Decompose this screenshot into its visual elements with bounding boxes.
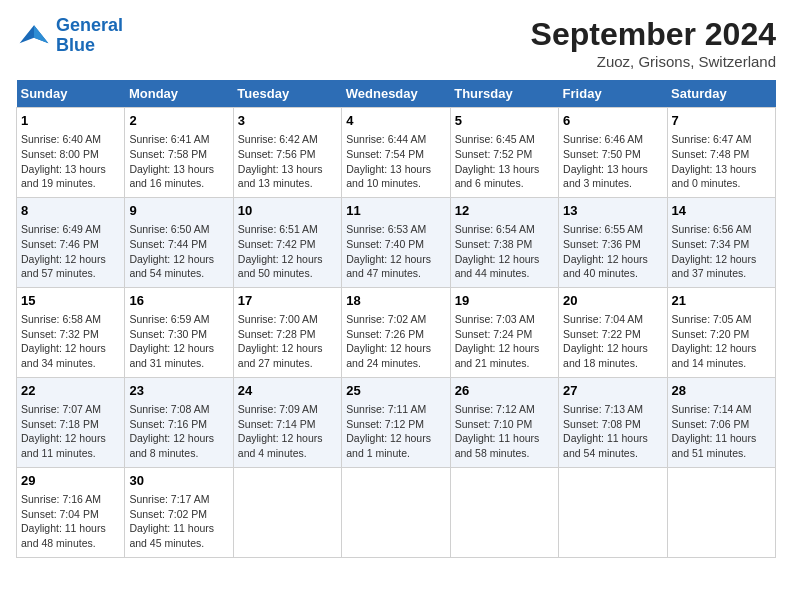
day-detail: Sunrise: 7:05 AMSunset: 7:20 PMDaylight:…	[672, 312, 771, 371]
calendar-cell: 19Sunrise: 7:03 AMSunset: 7:24 PMDayligh…	[450, 287, 558, 377]
day-detail: Sunrise: 7:16 AMSunset: 7:04 PMDaylight:…	[21, 492, 120, 551]
day-number: 1	[21, 112, 120, 130]
calendar-table: SundayMondayTuesdayWednesdayThursdayFrid…	[16, 80, 776, 558]
day-detail: Sunrise: 6:49 AMSunset: 7:46 PMDaylight:…	[21, 222, 120, 281]
month-title: September 2024	[531, 16, 776, 53]
day-detail: Sunrise: 6:45 AMSunset: 7:52 PMDaylight:…	[455, 132, 554, 191]
day-number: 26	[455, 382, 554, 400]
calendar-cell: 13Sunrise: 6:55 AMSunset: 7:36 PMDayligh…	[559, 197, 667, 287]
day-detail: Sunrise: 6:51 AMSunset: 7:42 PMDaylight:…	[238, 222, 337, 281]
day-detail: Sunrise: 6:58 AMSunset: 7:32 PMDaylight:…	[21, 312, 120, 371]
day-number: 24	[238, 382, 337, 400]
day-number: 4	[346, 112, 445, 130]
day-number: 18	[346, 292, 445, 310]
day-number: 13	[563, 202, 662, 220]
day-detail: Sunrise: 6:50 AMSunset: 7:44 PMDaylight:…	[129, 222, 228, 281]
svg-marker-1	[34, 25, 48, 43]
day-detail: Sunrise: 6:46 AMSunset: 7:50 PMDaylight:…	[563, 132, 662, 191]
calendar-cell: 3Sunrise: 6:42 AMSunset: 7:56 PMDaylight…	[233, 108, 341, 198]
day-detail: Sunrise: 7:04 AMSunset: 7:22 PMDaylight:…	[563, 312, 662, 371]
day-number: 2	[129, 112, 228, 130]
calendar-cell: 30Sunrise: 7:17 AMSunset: 7:02 PMDayligh…	[125, 467, 233, 557]
day-detail: Sunrise: 7:14 AMSunset: 7:06 PMDaylight:…	[672, 402, 771, 461]
calendar-cell: 2Sunrise: 6:41 AMSunset: 7:58 PMDaylight…	[125, 108, 233, 198]
day-number: 3	[238, 112, 337, 130]
day-detail: Sunrise: 7:02 AMSunset: 7:26 PMDaylight:…	[346, 312, 445, 371]
day-number: 17	[238, 292, 337, 310]
day-number: 14	[672, 202, 771, 220]
calendar-body: 1Sunrise: 6:40 AMSunset: 8:00 PMDaylight…	[17, 108, 776, 558]
day-detail: Sunrise: 7:17 AMSunset: 7:02 PMDaylight:…	[129, 492, 228, 551]
day-number: 16	[129, 292, 228, 310]
logo: General Blue	[16, 16, 123, 56]
calendar-cell	[233, 467, 341, 557]
day-detail: Sunrise: 6:41 AMSunset: 7:58 PMDaylight:…	[129, 132, 228, 191]
weekday-tuesday: Tuesday	[233, 80, 341, 108]
week-row-2: 8Sunrise: 6:49 AMSunset: 7:46 PMDaylight…	[17, 197, 776, 287]
weekday-header-row: SundayMondayTuesdayWednesdayThursdayFrid…	[17, 80, 776, 108]
week-row-1: 1Sunrise: 6:40 AMSunset: 8:00 PMDaylight…	[17, 108, 776, 198]
day-detail: Sunrise: 6:54 AMSunset: 7:38 PMDaylight:…	[455, 222, 554, 281]
weekday-monday: Monday	[125, 80, 233, 108]
day-detail: Sunrise: 6:53 AMSunset: 7:40 PMDaylight:…	[346, 222, 445, 281]
calendar-cell: 20Sunrise: 7:04 AMSunset: 7:22 PMDayligh…	[559, 287, 667, 377]
calendar-cell: 28Sunrise: 7:14 AMSunset: 7:06 PMDayligh…	[667, 377, 775, 467]
day-detail: Sunrise: 7:07 AMSunset: 7:18 PMDaylight:…	[21, 402, 120, 461]
calendar-cell	[667, 467, 775, 557]
weekday-wednesday: Wednesday	[342, 80, 450, 108]
day-detail: Sunrise: 7:08 AMSunset: 7:16 PMDaylight:…	[129, 402, 228, 461]
day-number: 23	[129, 382, 228, 400]
calendar-cell: 12Sunrise: 6:54 AMSunset: 7:38 PMDayligh…	[450, 197, 558, 287]
calendar-cell: 11Sunrise: 6:53 AMSunset: 7:40 PMDayligh…	[342, 197, 450, 287]
day-number: 12	[455, 202, 554, 220]
day-number: 21	[672, 292, 771, 310]
logo-line2: Blue	[56, 35, 95, 55]
weekday-sunday: Sunday	[17, 80, 125, 108]
day-detail: Sunrise: 7:03 AMSunset: 7:24 PMDaylight:…	[455, 312, 554, 371]
day-number: 7	[672, 112, 771, 130]
calendar-cell: 9Sunrise: 6:50 AMSunset: 7:44 PMDaylight…	[125, 197, 233, 287]
calendar-cell	[450, 467, 558, 557]
day-number: 22	[21, 382, 120, 400]
day-number: 20	[563, 292, 662, 310]
day-detail: Sunrise: 7:00 AMSunset: 7:28 PMDaylight:…	[238, 312, 337, 371]
logo-icon	[16, 18, 52, 54]
day-detail: Sunrise: 6:44 AMSunset: 7:54 PMDaylight:…	[346, 132, 445, 191]
day-detail: Sunrise: 7:11 AMSunset: 7:12 PMDaylight:…	[346, 402, 445, 461]
day-number: 6	[563, 112, 662, 130]
calendar-cell: 1Sunrise: 6:40 AMSunset: 8:00 PMDaylight…	[17, 108, 125, 198]
calendar-cell: 18Sunrise: 7:02 AMSunset: 7:26 PMDayligh…	[342, 287, 450, 377]
day-detail: Sunrise: 6:47 AMSunset: 7:48 PMDaylight:…	[672, 132, 771, 191]
day-detail: Sunrise: 6:40 AMSunset: 8:00 PMDaylight:…	[21, 132, 120, 191]
calendar-cell: 6Sunrise: 6:46 AMSunset: 7:50 PMDaylight…	[559, 108, 667, 198]
calendar-cell	[559, 467, 667, 557]
day-detail: Sunrise: 6:56 AMSunset: 7:34 PMDaylight:…	[672, 222, 771, 281]
calendar-cell: 16Sunrise: 6:59 AMSunset: 7:30 PMDayligh…	[125, 287, 233, 377]
day-number: 30	[129, 472, 228, 490]
calendar-cell: 23Sunrise: 7:08 AMSunset: 7:16 PMDayligh…	[125, 377, 233, 467]
day-number: 28	[672, 382, 771, 400]
day-detail: Sunrise: 6:59 AMSunset: 7:30 PMDaylight:…	[129, 312, 228, 371]
day-number: 29	[21, 472, 120, 490]
calendar-cell: 14Sunrise: 6:56 AMSunset: 7:34 PMDayligh…	[667, 197, 775, 287]
calendar-cell: 4Sunrise: 6:44 AMSunset: 7:54 PMDaylight…	[342, 108, 450, 198]
calendar-cell: 27Sunrise: 7:13 AMSunset: 7:08 PMDayligh…	[559, 377, 667, 467]
day-number: 10	[238, 202, 337, 220]
day-number: 8	[21, 202, 120, 220]
calendar-cell: 29Sunrise: 7:16 AMSunset: 7:04 PMDayligh…	[17, 467, 125, 557]
title-block: September 2024 Zuoz, Grisons, Switzerlan…	[531, 16, 776, 70]
weekday-friday: Friday	[559, 80, 667, 108]
logo-line1: General	[56, 15, 123, 35]
calendar-cell: 24Sunrise: 7:09 AMSunset: 7:14 PMDayligh…	[233, 377, 341, 467]
day-number: 15	[21, 292, 120, 310]
day-number: 27	[563, 382, 662, 400]
day-detail: Sunrise: 6:42 AMSunset: 7:56 PMDaylight:…	[238, 132, 337, 191]
day-number: 9	[129, 202, 228, 220]
calendar-cell: 17Sunrise: 7:00 AMSunset: 7:28 PMDayligh…	[233, 287, 341, 377]
weekday-thursday: Thursday	[450, 80, 558, 108]
day-number: 19	[455, 292, 554, 310]
calendar-cell	[342, 467, 450, 557]
day-number: 11	[346, 202, 445, 220]
calendar-cell: 25Sunrise: 7:11 AMSunset: 7:12 PMDayligh…	[342, 377, 450, 467]
calendar-cell: 7Sunrise: 6:47 AMSunset: 7:48 PMDaylight…	[667, 108, 775, 198]
